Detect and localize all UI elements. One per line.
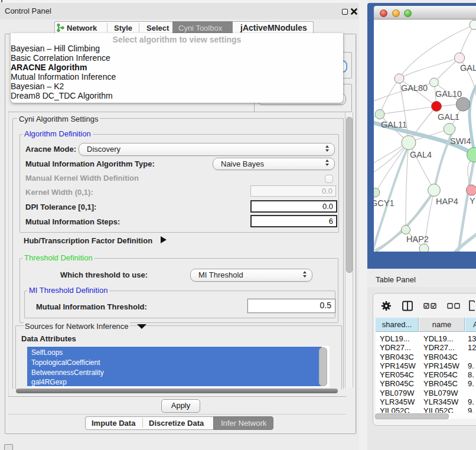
- svg-text:SWI4: SWI4: [450, 136, 471, 146]
- svg-text:GAL11: GAL11: [381, 120, 407, 129]
- svg-text:GAL10: GAL10: [435, 89, 462, 99]
- svg-text:HAP4: HAP4: [436, 197, 458, 206]
- svg-text:GCY1: GCY1: [374, 198, 395, 208]
- svg-text:HAP2: HAP2: [406, 234, 429, 244]
- svg-text:Y: Y: [470, 196, 475, 206]
- svg-text:GAL7: GAL7: [460, 63, 476, 73]
- svg-text:GAL1: GAL1: [438, 112, 459, 122]
- svg-text:GAL80: GAL80: [401, 83, 428, 93]
- svg-text:GAL4: GAL4: [410, 150, 432, 159]
